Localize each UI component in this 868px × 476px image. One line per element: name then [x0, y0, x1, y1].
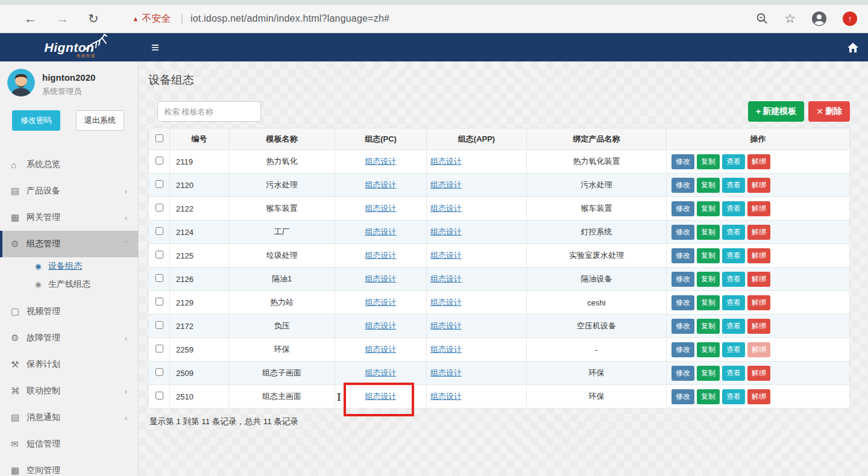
home-icon[interactable] [848, 43, 858, 52]
config-design-app-link[interactable]: 组态设计 [430, 274, 462, 283]
action-modify-button[interactable]: 修改 [671, 178, 694, 193]
row-checkbox[interactable] [156, 251, 163, 258]
action-view-button[interactable]: 查看 [722, 272, 745, 287]
row-checkbox[interactable] [156, 274, 163, 282]
config-design-pc-link[interactable]: 组态设计 [365, 251, 397, 260]
row-checkbox[interactable] [156, 321, 163, 329]
action-view-button[interactable]: 查看 [722, 154, 745, 169]
action-view-button[interactable]: 查看 [722, 366, 745, 381]
browser-profile-icon[interactable] [811, 11, 827, 27]
security-warning[interactable]: ▲ 不安全 [133, 13, 171, 25]
action-view-button[interactable]: 查看 [722, 342, 745, 357]
change-password-button[interactable]: 修改密码 [12, 110, 60, 131]
sidebar-item-故障管理[interactable]: ⚙ 故障管理 ‹ [0, 325, 138, 351]
action-unbind-button[interactable]: 解绑 [747, 295, 770, 310]
browser-update-icon[interactable]: ↑ [843, 11, 857, 26]
row-checkbox[interactable] [156, 227, 163, 235]
user-avatar[interactable] [7, 69, 35, 96]
sidebar-item-消息通知[interactable]: ▤ 消息通知 ‹ [0, 404, 138, 431]
config-design-pc-link[interactable]: 组态设计 [365, 368, 397, 377]
config-design-app-link[interactable]: 组态设计 [430, 251, 462, 260]
action-modify-button[interactable]: 修改 [671, 248, 694, 263]
config-design-pc-link[interactable]: 组态设计 [365, 274, 397, 283]
action-copy-button[interactable]: 复制 [697, 154, 720, 169]
action-view-button[interactable]: 查看 [722, 319, 745, 334]
action-copy-button[interactable]: 复制 [697, 225, 720, 240]
action-unbind-button[interactable]: 解绑 [747, 201, 770, 216]
sidebar-item-保养计划[interactable]: ⚒ 保养计划 [0, 351, 138, 378]
address-bar-url[interactable]: iot.idosp.net/admin/index.html?language=… [190, 13, 389, 24]
action-copy-button[interactable]: 复制 [697, 295, 720, 310]
action-modify-button[interactable]: 修改 [671, 201, 694, 216]
sidebar-item-联动控制[interactable]: ⌘ 联动控制 ‹ [0, 378, 138, 404]
config-design-app-link[interactable]: 组态设计 [430, 368, 462, 377]
sidebar-item-空间管理[interactable]: ▦ 空间管理 [0, 457, 138, 476]
action-view-button[interactable]: 查看 [722, 178, 745, 193]
row-checkbox[interactable] [156, 204, 163, 211]
config-design-app-link[interactable]: 组态设计 [430, 321, 462, 330]
config-design-pc-link[interactable]: 组态设计 [365, 298, 397, 307]
row-checkbox[interactable] [156, 298, 163, 305]
action-modify-button[interactable]: 修改 [671, 366, 694, 381]
sidebar-subitem-生产线组态[interactable]: ◉ 生产线组态 [0, 275, 138, 293]
config-design-app-link[interactable]: 组态设计 [430, 345, 462, 354]
action-view-button[interactable]: 查看 [722, 201, 745, 216]
config-design-app-link[interactable]: 组态设计 [430, 157, 462, 166]
action-modify-button[interactable]: 修改 [671, 154, 694, 169]
sidebar-item-网关管理[interactable]: ▦ 网关管理 ‹ [0, 204, 138, 231]
config-design-app-link[interactable]: 组态设计 [430, 227, 462, 236]
action-view-button[interactable]: 查看 [722, 389, 745, 404]
action-unbind-button[interactable]: 解绑 [747, 178, 770, 193]
action-modify-button[interactable]: 修改 [671, 342, 694, 357]
action-copy-button[interactable]: 复制 [697, 366, 720, 381]
config-design-app-link[interactable]: 组态设计 [430, 392, 462, 401]
config-design-pc-link[interactable]: 组态设计 [365, 157, 397, 166]
action-copy-button[interactable]: 复制 [697, 319, 720, 334]
logout-button[interactable]: 退出系统 [76, 110, 124, 131]
action-modify-button[interactable]: 修改 [671, 319, 694, 334]
action-copy-button[interactable]: 复制 [697, 389, 720, 404]
search-input[interactable] [157, 101, 261, 122]
select-all-checkbox[interactable] [156, 134, 163, 142]
forward-icon[interactable]: → [56, 11, 69, 26]
action-copy-button[interactable]: 复制 [697, 272, 720, 287]
action-unbind-button[interactable]: 解绑 [747, 154, 770, 169]
new-template-button[interactable]: + 新建模板 [748, 101, 804, 122]
action-view-button[interactable]: 查看 [722, 295, 745, 310]
action-unbind-button[interactable]: 解绑 [747, 272, 770, 287]
bookmark-star-icon[interactable]: ☆ [784, 11, 796, 26]
back-icon[interactable]: ← [24, 11, 37, 26]
action-unbind-button[interactable]: 解绑 [747, 389, 770, 404]
action-copy-button[interactable]: 复制 [697, 248, 720, 263]
action-unbind-button[interactable]: 解绑 [747, 319, 770, 334]
config-design-pc-link[interactable]: 组态设计 [365, 227, 397, 236]
action-copy-button[interactable]: 复制 [697, 201, 720, 216]
row-checkbox[interactable] [156, 368, 163, 376]
action-unbind-button[interactable]: 解绑 [747, 366, 770, 381]
row-checkbox[interactable] [156, 345, 163, 352]
sidebar-item-系统总览[interactable]: ⌂ 系统总览 [0, 151, 138, 178]
config-design-app-link[interactable]: 组态设计 [430, 180, 462, 189]
action-copy-button[interactable]: 复制 [697, 342, 720, 357]
sidebar-item-短信管理[interactable]: ✉ 短信管理 [0, 431, 138, 457]
sidebar-subitem-设备组态[interactable]: ◉ 设备组态 [0, 257, 138, 275]
action-modify-button[interactable]: 修改 [671, 389, 694, 404]
config-design-pc-link[interactable]: 组态设计 [365, 180, 397, 189]
zoom-out-icon[interactable] [755, 12, 769, 25]
action-modify-button[interactable]: 修改 [671, 272, 694, 287]
row-checkbox[interactable] [156, 392, 163, 399]
config-design-app-link[interactable]: 组态设计 [430, 204, 462, 213]
action-copy-button[interactable]: 复制 [697, 178, 720, 193]
action-unbind-button[interactable]: 解绑 [747, 342, 770, 357]
row-checkbox[interactable] [156, 180, 163, 188]
config-design-pc-link[interactable]: 组态设计 [365, 321, 397, 330]
config-design-pc-link[interactable]: 组态设计 [365, 345, 397, 354]
row-checkbox[interactable] [156, 157, 163, 164]
config-design-pc-link[interactable]: 组态设计 [365, 204, 397, 213]
delete-button[interactable]: ✕ 删除 [808, 101, 850, 122]
config-design-app-link[interactable]: 组态设计 [430, 298, 462, 307]
action-unbind-button[interactable]: 解绑 [747, 225, 770, 240]
sidebar-item-组态管理[interactable]: ⚙ 组态管理 ˇ [0, 231, 138, 257]
action-modify-button[interactable]: 修改 [671, 225, 694, 240]
hamburger-menu-icon[interactable]: ≡ [151, 40, 159, 55]
